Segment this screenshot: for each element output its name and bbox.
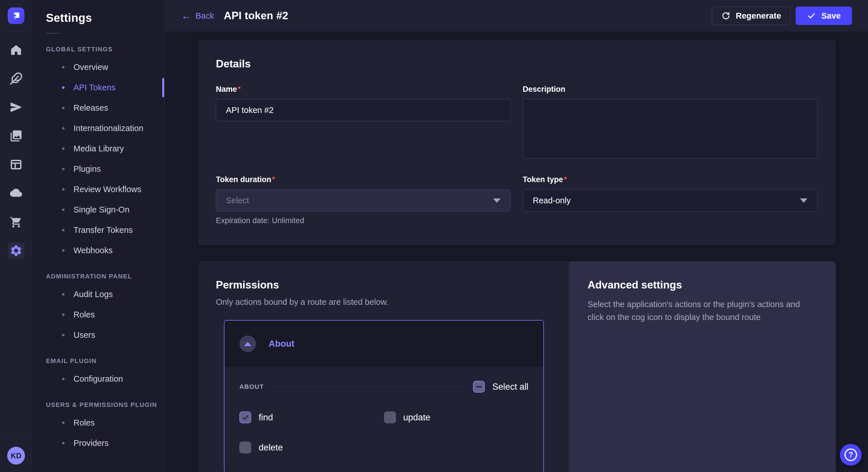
- sidebar-item-review-workflows[interactable]: Review Workflows: [32, 179, 165, 200]
- token-type-field-group: Token type* Read-only: [523, 175, 817, 225]
- main-nav-rail: KD: [0, 0, 32, 472]
- sidebar-item-email-configuration[interactable]: Configuration: [32, 369, 165, 389]
- sidebar-item-label: Media Library: [73, 144, 124, 154]
- help-button[interactable]: ?: [840, 444, 862, 466]
- section-label: GLOBAL SETTINGS: [32, 45, 165, 53]
- update-label: update: [403, 412, 431, 423]
- sidebar-item-admin-users[interactable]: Users: [32, 325, 165, 345]
- chevron-down-icon: [493, 198, 501, 203]
- sidebar-item-label: Webhooks: [73, 246, 113, 255]
- select-all-checkbox-row[interactable]: Select all: [473, 381, 528, 393]
- find-checkbox[interactable]: [239, 411, 251, 423]
- name-label-text: Name: [216, 85, 237, 94]
- settings-gear-icon[interactable]: [8, 242, 24, 259]
- sidebar-item-overview[interactable]: Overview: [32, 57, 165, 77]
- send-icon[interactable]: [8, 99, 24, 115]
- delete-label: delete: [259, 442, 283, 453]
- sidebar-item-label: Overview: [73, 63, 108, 72]
- subnav-title-divider: [46, 33, 60, 34]
- advanced-settings-description: Select the application's actions or the …: [588, 298, 814, 324]
- indeterminate-dash-icon: [476, 386, 482, 387]
- divider-line: [272, 386, 464, 387]
- bullet-icon: [62, 229, 65, 231]
- action-update-row[interactable]: update: [384, 411, 529, 423]
- marketplace-cart-icon[interactable]: [8, 214, 24, 230]
- token-type-label: Token type*: [523, 175, 817, 184]
- sidebar-item-single-sign-on[interactable]: Single Sign-On: [32, 200, 165, 220]
- sidebar-item-audit-logs[interactable]: Audit Logs: [32, 284, 165, 305]
- main-area: ← Back API token #2 Regenerate Save Deta…: [165, 0, 868, 472]
- about-accordion-header[interactable]: About: [224, 321, 544, 367]
- required-asterisk: *: [238, 85, 241, 93]
- sidebar-item-up-providers[interactable]: Providers: [32, 433, 165, 453]
- action-delete-row[interactable]: delete: [239, 442, 384, 453]
- regenerate-button[interactable]: Regenerate: [712, 7, 790, 25]
- bullet-icon: [62, 107, 65, 109]
- sidebar-item-label: Plugins: [73, 164, 101, 174]
- back-link[interactable]: ← Back: [181, 11, 214, 21]
- media-library-icon[interactable]: [8, 128, 24, 144]
- details-card: Details Name* Description Token duration…: [198, 40, 836, 245]
- check-icon: [242, 414, 249, 421]
- sidebar-item-label: Roles: [73, 310, 95, 319]
- select-all-checkbox[interactable]: [473, 381, 485, 393]
- delete-checkbox[interactable]: [239, 442, 251, 453]
- caret-up-icon: [244, 342, 251, 346]
- token-duration-field-group: Token duration* Select Expiration date: …: [216, 175, 510, 225]
- bullet-icon: [62, 334, 65, 336]
- bullet-icon: [62, 378, 65, 380]
- feather-icon[interactable]: [8, 70, 24, 87]
- active-item-indicator: [162, 78, 164, 97]
- sidebar-item-internationalization[interactable]: Internationalization: [32, 118, 165, 138]
- header-actions: Regenerate Save: [712, 7, 852, 25]
- bullet-icon: [62, 249, 65, 252]
- sidebar-item-releases[interactable]: Releases: [32, 98, 165, 118]
- action-find-row[interactable]: find: [239, 411, 384, 423]
- section-email-plugin: EMAIL PLUGIN Configuration: [32, 357, 165, 389]
- sidebar-item-api-tokens[interactable]: API Tokens: [32, 77, 165, 98]
- permissions-card: Permissions Only actions bound by a rout…: [198, 261, 836, 472]
- strapi-logo-glyph: [11, 11, 21, 21]
- about-actions-grid: find update delete: [239, 411, 528, 453]
- rail-divider: [0, 32, 32, 32]
- token-duration-select[interactable]: Select: [216, 189, 510, 212]
- sidebar-item-plugins[interactable]: Plugins: [32, 159, 165, 179]
- content-manager-icon[interactable]: [8, 156, 24, 173]
- save-label: Save: [821, 11, 841, 21]
- name-input[interactable]: [216, 99, 510, 121]
- home-icon[interactable]: [8, 42, 24, 58]
- sidebar-item-label: Review Workflows: [73, 185, 141, 194]
- permissions-subtitle: Only actions bound by a route are listed…: [216, 297, 544, 307]
- sidebar-item-up-roles[interactable]: Roles: [32, 413, 165, 433]
- sidebar-item-transfer-tokens[interactable]: Transfer Tokens: [32, 220, 165, 240]
- collapse-button[interactable]: [239, 336, 256, 352]
- sidebar-item-media-library[interactable]: Media Library: [32, 138, 165, 159]
- token-duration-label: Token duration*: [216, 175, 510, 184]
- save-button[interactable]: Save: [796, 7, 852, 25]
- sidebar-item-admin-roles[interactable]: Roles: [32, 305, 165, 325]
- name-label: Name*: [216, 85, 510, 94]
- token-duration-label-text: Token duration: [216, 175, 271, 184]
- permissions-title: Permissions: [216, 279, 544, 291]
- sidebar-item-webhooks[interactable]: Webhooks: [32, 240, 165, 261]
- settings-subnav: Settings GLOBAL SETTINGS Overview API To…: [32, 0, 165, 472]
- sidebar-item-label: API Tokens: [73, 83, 115, 92]
- bullet-icon: [62, 293, 65, 296]
- update-checkbox[interactable]: [384, 411, 396, 423]
- page-header: ← Back API token #2 Regenerate Save: [165, 0, 868, 32]
- user-avatar[interactable]: KD: [7, 447, 25, 465]
- description-textarea[interactable]: [523, 99, 817, 159]
- cloud-icon[interactable]: [8, 185, 24, 202]
- find-label: find: [259, 412, 273, 423]
- strapi-logo[interactable]: [8, 7, 24, 24]
- sidebar-item-label: Users: [73, 330, 95, 340]
- bullet-icon: [62, 147, 65, 150]
- page-title: API token #2: [224, 10, 288, 22]
- advanced-settings-title: Advanced settings: [588, 279, 817, 291]
- sidebar-item-label: Single Sign-On: [73, 205, 129, 214]
- bullet-icon: [62, 127, 65, 130]
- bullet-icon: [62, 66, 65, 69]
- token-type-select[interactable]: Read-only: [523, 189, 817, 212]
- subnav-title: Settings: [32, 11, 165, 24]
- bullet-icon: [62, 313, 65, 316]
